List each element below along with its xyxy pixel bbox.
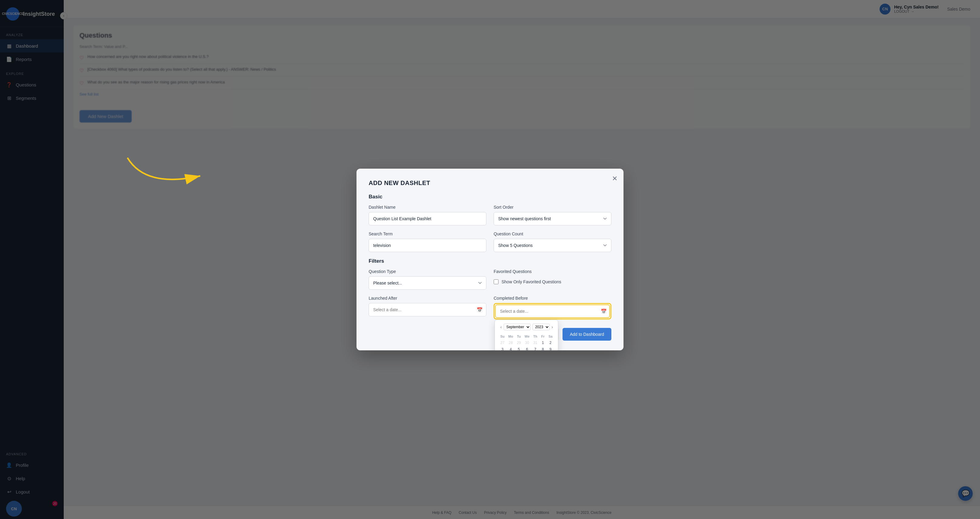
modal-title: ADD NEW DASHLET: [369, 179, 611, 187]
cal-day[interactable]: 31: [531, 340, 539, 346]
calendar-selects: September 2023: [504, 324, 550, 330]
cal-header-th: Th: [531, 333, 539, 340]
dashlet-name-input[interactable]: [369, 212, 486, 225]
cal-header-tu: Tu: [515, 333, 523, 340]
cal-day[interactable]: 6: [523, 346, 531, 350]
cal-header-we: We: [523, 333, 531, 340]
modal-footer: Cancel Add to Dashboard: [369, 328, 611, 341]
launched-after-group: Launched After 📅: [369, 296, 486, 319]
cal-day[interactable]: 28: [506, 340, 515, 346]
launched-after-calendar-icon[interactable]: 📅: [477, 307, 483, 313]
cal-day[interactable]: 8: [539, 346, 547, 350]
question-type-label: Question Type: [369, 269, 486, 274]
completed-before-calendar-icon[interactable]: 📅: [601, 308, 607, 314]
sort-order-select[interactable]: Show newest questions first Show oldest …: [494, 212, 611, 225]
cal-header-su: Su: [498, 333, 506, 340]
question-type-group: Question Type Please select...: [369, 269, 486, 290]
completed-before-label: Completed Before: [494, 296, 611, 301]
basic-section-title: Basic: [369, 194, 611, 200]
completed-before-group: Completed Before 📅 ‹ September: [494, 296, 611, 319]
filters-title: Filters: [369, 258, 611, 264]
calendar-month-select[interactable]: September: [504, 324, 531, 330]
cal-day[interactable]: 2: [547, 340, 554, 346]
show-favorited-checkbox[interactable]: [494, 279, 498, 284]
launched-after-label: Launched After: [369, 296, 486, 301]
form-row-3: Question Type Please select... Favorited…: [369, 269, 611, 290]
question-count-select[interactable]: Show 5 Questions Show 10 Questions Show …: [494, 239, 611, 252]
filters-section: Filters Question Type Please select... F…: [369, 258, 611, 319]
question-count-group: Question Count Show 5 Questions Show 10 …: [494, 232, 611, 252]
cal-day[interactable]: 7: [531, 346, 539, 350]
date-picker-calendar: ‹ September 2023 ›: [495, 320, 558, 350]
sort-order-label: Sort Order: [494, 205, 611, 210]
show-favorited-label: Show Only Favorited Questions: [501, 279, 561, 284]
calendar-prev-button[interactable]: ‹: [498, 324, 504, 330]
cal-day[interactable]: 9: [547, 346, 554, 350]
launched-after-input-wrap: 📅: [369, 303, 486, 316]
cal-day[interactable]: 4: [506, 346, 515, 350]
arrow-annotation: [121, 152, 218, 194]
dashlet-name-group: Dashlet Name: [369, 205, 486, 225]
cal-day[interactable]: 3: [498, 346, 506, 350]
favorited-checkbox-row: Show Only Favorited Questions: [494, 279, 611, 284]
modal-overlay: ✕ ADD NEW DASHLET Basic Dashlet Name Sor…: [0, 0, 980, 519]
search-term-label: Search Term: [369, 232, 486, 236]
favorited-questions-group: Favorited Questions Show Only Favorited …: [494, 269, 611, 290]
cal-day[interactable]: 27: [498, 340, 506, 346]
cal-header-fr: Fr: [539, 333, 547, 340]
calendar-year-select[interactable]: 2023: [533, 324, 550, 330]
add-dashlet-modal: ✕ ADD NEW DASHLET Basic Dashlet Name Sor…: [356, 169, 624, 350]
form-row-2: Search Term Question Count Show 5 Questi…: [369, 232, 611, 252]
cal-day[interactable]: 30: [523, 340, 531, 346]
search-term-input[interactable]: [369, 239, 486, 252]
form-row-1: Dashlet Name Sort Order Show newest ques…: [369, 205, 611, 225]
dashlet-name-label: Dashlet Name: [369, 205, 486, 210]
cal-day[interactable]: 5: [515, 346, 523, 350]
completed-before-input-wrap: 📅 ‹ September 2023: [494, 303, 611, 319]
cal-day[interactable]: 29: [515, 340, 523, 346]
calendar-grid: Su Mo Tu We Th Fr Sa: [498, 333, 554, 350]
search-term-group: Search Term: [369, 232, 486, 252]
favorited-label: Favorited Questions: [494, 269, 611, 274]
cal-day[interactable]: 1: [539, 340, 547, 346]
sort-order-group: Sort Order Show newest questions first S…: [494, 205, 611, 225]
cal-header-mo: Mo: [506, 333, 515, 340]
question-count-label: Question Count: [494, 232, 611, 236]
calendar-next-button[interactable]: ›: [550, 324, 555, 330]
form-row-4: Launched After 📅 Completed Before 📅: [369, 296, 611, 319]
question-type-select[interactable]: Please select...: [369, 276, 486, 290]
calendar-nav: ‹ September 2023 ›: [498, 324, 554, 330]
modal-close-button[interactable]: ✕: [612, 175, 617, 183]
completed-before-input[interactable]: [495, 305, 610, 318]
cal-header-sa: Sa: [547, 333, 554, 340]
launched-after-input[interactable]: [369, 303, 486, 316]
add-to-dashboard-button[interactable]: Add to Dashboard: [563, 328, 611, 341]
